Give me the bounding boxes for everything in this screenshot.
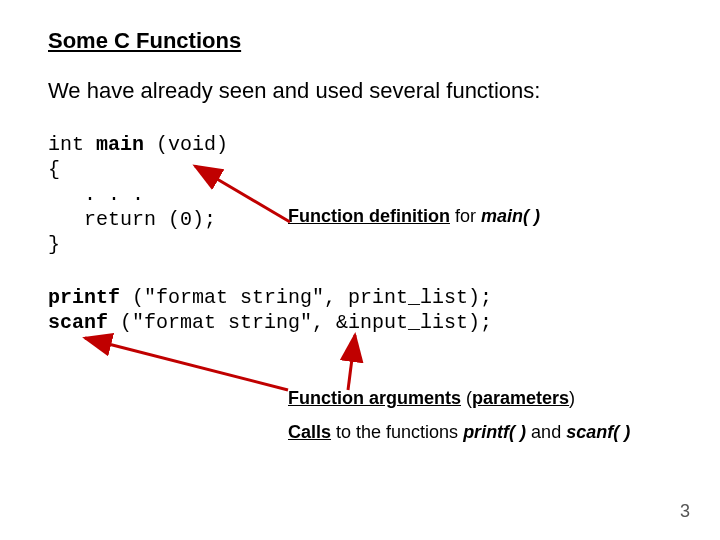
annotation-block: Function arguments (parameters) Calls to… (288, 381, 672, 449)
slide: Some C Functions We have already seen an… (0, 0, 720, 540)
code-line: { (48, 158, 60, 181)
code-line: (void) (144, 133, 228, 156)
intro-text: We have already seen and used several fu… (48, 78, 672, 104)
code-line: return (0); (48, 208, 216, 231)
code-line: . . . (48, 183, 144, 206)
annotation-calls: Calls to the functions printf( ) and sca… (288, 415, 672, 449)
code-keyword-printf: printf (48, 286, 120, 309)
code-line: } (48, 233, 60, 256)
code-line: int (48, 133, 96, 156)
annotation-arguments: Function arguments (parameters) (288, 381, 672, 415)
code-line: ("format string", print_list); (120, 286, 492, 309)
code-block-calls: printf ("format string", print_list); sc… (48, 285, 672, 335)
code-block-main: int main (void) { . . . return (0); } Fu… (48, 132, 672, 257)
page-number: 3 (680, 501, 690, 522)
code-line: ("format string", &input_list); (108, 311, 492, 334)
code-keyword-main: main (96, 133, 144, 156)
slide-title: Some C Functions (48, 28, 672, 54)
annotation-definition: Function definition for main( ) (288, 205, 540, 228)
code-keyword-scanf: scanf (48, 311, 108, 334)
